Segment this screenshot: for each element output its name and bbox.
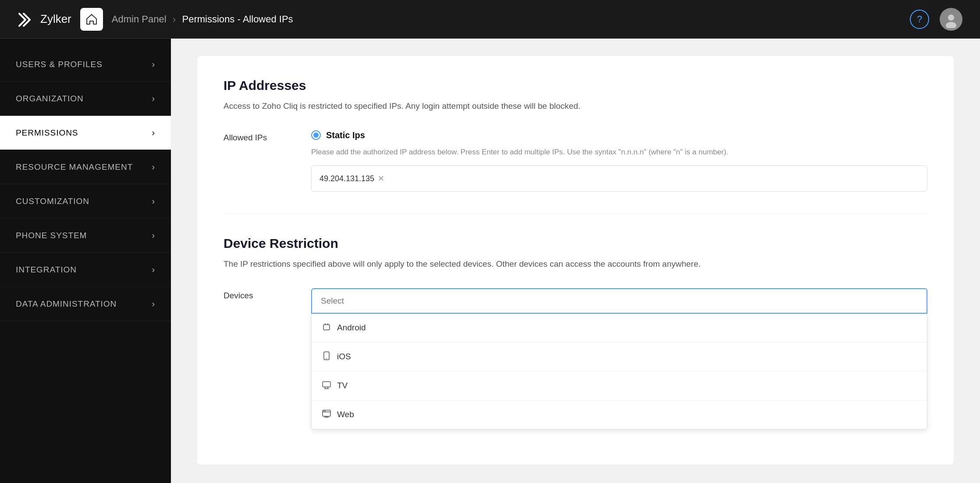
svg-point-16 [323, 411, 324, 411]
device-option-ios-label: iOS [337, 352, 351, 361]
svg-point-1 [948, 14, 954, 21]
device-restriction-title: Device Restriction [224, 236, 927, 251]
sidebar-item-users-profiles[interactable]: USERS & PROFILES › [0, 47, 171, 82]
devices-field: Android iOS [311, 288, 927, 429]
breadcrumb-separator: › [173, 13, 176, 25]
ip-addresses-description: Access to Zoho Cliq is restricted to spe… [224, 100, 927, 113]
ios-icon [322, 351, 331, 362]
android-icon [322, 322, 331, 333]
devices-select-container: Android iOS [311, 288, 927, 429]
chevron-right-icon: › [152, 299, 155, 309]
devices-row: Devices [224, 288, 927, 429]
svg-rect-10 [323, 382, 330, 387]
sidebar-item-resource-management[interactable]: RESOURCE MANAGEMENT › [0, 150, 171, 184]
sidebar-item-label: INTEGRATION [16, 265, 77, 275]
sidebar-item-label: CUSTOMIZATION [16, 197, 89, 206]
static-ips-label: Static Ips [326, 130, 365, 140]
header-left: Zylker Admin Panel › Permissions - Allow… [18, 8, 293, 31]
main-layout: USERS & PROFILES › ORGANIZATION › PERMIS… [0, 39, 980, 483]
ip-input-box[interactable]: 49.204.131.135 ✕ [311, 165, 927, 192]
device-option-web[interactable]: Web [312, 401, 927, 429]
sidebar-item-permissions[interactable]: PERMISSIONS › [0, 116, 171, 150]
chevron-right-icon: › [152, 93, 155, 104]
svg-point-9 [326, 358, 327, 359]
static-ips-field: Static Ips Please add the authorized IP … [311, 130, 927, 192]
ip-addresses-title: IP Addresses [224, 78, 927, 93]
web-icon [322, 409, 331, 420]
sidebar-item-organization[interactable]: ORGANIZATION › [0, 82, 171, 116]
static-ips-radio[interactable] [311, 130, 321, 140]
home-button[interactable] [80, 8, 103, 31]
chevron-right-icon: › [152, 265, 155, 275]
chevron-right-icon: › [152, 162, 155, 172]
content-area: IP Addresses Access to Zoho Cliq is rest… [171, 39, 980, 483]
logo-icon [18, 11, 34, 28]
sidebar-item-label: USERS & PROFILES [16, 60, 103, 69]
sidebar-item-label: PHONE SYSTEM [16, 231, 87, 240]
help-button[interactable]: ? [910, 10, 929, 29]
allowed-ips-label: Allowed IPs [224, 130, 294, 143]
static-ips-hint: Please add the authorized IP address bel… [311, 147, 927, 158]
svg-rect-3 [323, 325, 330, 330]
sidebar-item-label: ORGANIZATION [16, 94, 84, 104]
sidebar-item-phone-system[interactable]: PHONE SYSTEM › [0, 218, 171, 253]
ip-tag-value: 49.204.131.135 [320, 174, 374, 183]
help-icon: ? [917, 14, 922, 25]
device-option-android[interactable]: Android [312, 314, 927, 343]
section-divider [224, 214, 927, 214]
header: Zylker Admin Panel › Permissions - Allow… [0, 0, 980, 39]
device-option-android-label: Android [337, 323, 366, 333]
sidebar-item-data-administration[interactable]: DATA ADMINISTRATION › [0, 287, 171, 321]
ip-tag: 49.204.131.135 ✕ [320, 174, 384, 183]
logo-text: Zylker [40, 12, 71, 26]
sidebar-item-label: PERMISSIONS [16, 128, 78, 138]
devices-label: Devices [224, 288, 294, 301]
devices-search-input[interactable] [311, 288, 927, 314]
content-card: IP Addresses Access to Zoho Cliq is rest… [197, 56, 954, 465]
device-option-web-label: Web [337, 410, 354, 419]
chevron-right-icon: › [152, 230, 155, 240]
header-right: ? [910, 8, 962, 31]
ip-tag-remove-button[interactable]: ✕ [378, 174, 384, 183]
chevron-right-icon: › [152, 59, 155, 69]
chevron-right-icon: › [152, 128, 155, 138]
sidebar-item-label: RESOURCE MANAGEMENT [16, 162, 133, 172]
logo-area: Zylker [18, 11, 71, 28]
devices-dropdown: Android iOS [311, 314, 927, 429]
chevron-right-icon: › [152, 196, 155, 206]
device-restriction-description: The IP restrictions specified above will… [224, 258, 927, 271]
allowed-ips-row: Allowed IPs Static Ips Please add the au… [224, 130, 927, 192]
breadcrumb-parent: Admin Panel [112, 14, 167, 25]
device-option-tv-label: TV [337, 381, 348, 390]
tv-icon [322, 380, 331, 391]
device-option-ios[interactable]: iOS [312, 343, 927, 372]
sidebar-item-integration[interactable]: INTEGRATION › [0, 253, 171, 287]
static-ips-radio-option[interactable]: Static Ips [311, 130, 927, 140]
sidebar-item-label: DATA ADMINISTRATION [16, 299, 117, 309]
breadcrumb-current: Permissions - Allowed IPs [182, 14, 293, 25]
svg-point-17 [325, 411, 326, 411]
device-option-tv[interactable]: TV [312, 372, 927, 401]
breadcrumb: Admin Panel › Permissions - Allowed IPs [112, 13, 293, 25]
sidebar-item-customization[interactable]: CUSTOMIZATION › [0, 184, 171, 218]
avatar[interactable] [940, 8, 962, 31]
sidebar: USERS & PROFILES › ORGANIZATION › PERMIS… [0, 39, 171, 483]
